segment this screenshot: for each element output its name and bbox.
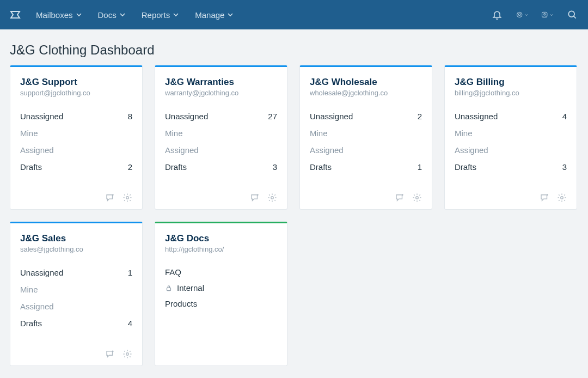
mailbox-row-mine[interactable]: Mine [310,125,422,142]
mailbox-row-unassigned[interactable]: Unassigned27 [165,108,277,125]
mailbox-row-unassigned[interactable]: Unassigned2 [310,108,422,125]
mailbox-row-mine[interactable]: Mine [165,125,277,142]
mailbox-row-label: Assigned [20,302,54,311]
mailbox-row-unassigned[interactable]: Unassigned8 [20,108,132,125]
chevron-down-icon [228,12,233,17]
mailbox-row-count: 4 [128,319,132,328]
nav-item-reports[interactable]: Reports [142,10,179,20]
mailbox-row-label: Drafts [310,162,332,172]
mailbox-card-title[interactable]: J&G Billing [455,77,567,88]
mailbox-row-label: Mine [165,129,183,138]
mailbox-row-label: Mine [20,285,38,294]
mailbox-card-title[interactable]: J&G Support [20,77,132,88]
help-menu[interactable] [516,9,528,21]
mailbox-card: J&G Supportsupport@jgclothing.coUnassign… [10,65,143,210]
new-conversation-icon[interactable] [105,193,115,203]
settings-icon[interactable] [557,193,567,203]
mailbox-card-title[interactable]: J&G Warranties [165,77,277,88]
brand-logo[interactable] [10,9,21,20]
chevron-down-icon [76,12,82,17]
mailbox-row-label: Assigned [165,145,199,155]
settings-icon[interactable] [122,349,132,359]
new-conversation-icon[interactable] [105,349,115,359]
settings-icon[interactable] [412,193,422,203]
mailbox-row-label: Unassigned [455,112,498,121]
mailbox-row-drafts[interactable]: Drafts2 [20,158,132,175]
mailbox-row-mine[interactable]: Mine [20,125,132,142]
docs-card: J&G Docshttp://jgclothing.co/FAQInternal… [155,222,287,366]
mailbox-row-mine[interactable]: Mine [20,281,132,298]
mailbox-row-mine[interactable]: Mine [455,125,567,142]
nav-item-label: Manage [195,10,224,20]
mailbox-row-count: 27 [268,112,277,121]
mailbox-row-label: Drafts [20,319,42,328]
account-menu[interactable] [541,9,553,21]
mailbox-row-drafts[interactable]: Drafts1 [310,158,422,175]
dashboard-cards: J&G Supportsupport@jgclothing.coUnassign… [0,65,588,366]
mailbox-card: J&G Wholesalewholesale@jgclothing.coUnas… [299,65,432,210]
mailbox-card-footer [310,193,422,203]
nav-item-label: Mailboxes [36,10,73,20]
mailbox-row-label: Assigned [310,145,344,155]
mailbox-card-email: wholesale@jgclothing.co [310,89,422,97]
mailbox-row-unassigned[interactable]: Unassigned1 [20,264,132,281]
mailbox-row-label: Unassigned [20,268,63,277]
settings-icon[interactable] [122,193,132,203]
topbar-actions [491,9,578,21]
settings-icon[interactable] [267,193,277,203]
page-title: J&G Clothing Dashboard [0,29,588,65]
mailbox-row-label: Mine [310,129,328,138]
mailbox-card-email: billing@jgclothing.co [455,89,567,97]
mailbox-row-drafts[interactable]: Drafts4 [20,315,132,332]
mailbox-row-count: 3 [562,162,567,172]
notifications-icon[interactable] [491,9,503,21]
mailbox-row-label: Drafts [20,162,42,172]
mailbox-card: J&G Salessales@jgclothing.coUnassigned1M… [10,222,143,366]
mailbox-row-count: 4 [562,112,567,121]
mailbox-card-footer [165,193,277,203]
mailbox-card-title[interactable]: J&G Wholesale [310,77,422,88]
docs-item[interactable]: Products [165,296,277,312]
mailbox-card-footer [455,193,567,203]
nav-item-docs[interactable]: Docs [98,10,125,20]
chevron-down-icon [173,12,179,17]
svg-rect-10 [167,288,171,290]
mailbox-card-email: support@jgclothing.co [20,89,132,97]
lock-icon [165,284,173,292]
mailbox-row-unassigned[interactable]: Unassigned4 [455,108,567,125]
mailbox-row-label: Unassigned [165,112,208,121]
mailbox-row-assigned[interactable]: Assigned [20,142,132,158]
mailbox-row-count: 3 [273,162,277,172]
svg-point-3 [544,13,546,15]
nav-item-manage[interactable]: Manage [195,10,233,20]
mailbox-row-label: Drafts [165,162,187,172]
svg-point-1 [518,14,520,16]
mailbox-row-assigned[interactable]: Assigned [455,142,567,158]
docs-card-title[interactable]: J&G Docs [165,233,277,244]
mailbox-row-count: 1 [418,162,422,172]
mailbox-card-title[interactable]: J&G Sales [20,233,132,244]
nav-item-label: Reports [142,10,170,20]
mailbox-row-assigned[interactable]: Assigned [165,142,277,158]
mailbox-row-assigned[interactable]: Assigned [310,142,422,158]
docs-item[interactable]: Internal [165,280,277,296]
svg-point-7 [416,197,419,199]
mailbox-card-footer [20,349,132,359]
docs-item[interactable]: FAQ [165,264,277,280]
mailbox-row-count: 2 [418,112,422,121]
nav-item-mailboxes[interactable]: Mailboxes [36,10,82,20]
topbar: MailboxesDocsReportsManage [0,0,588,29]
mailbox-card-email: warranty@jgclothing.co [165,89,277,97]
mailbox-card: J&G Billingbilling@jgclothing.coUnassign… [444,65,577,210]
svg-point-5 [126,197,129,199]
new-conversation-icon[interactable] [540,193,549,203]
mailbox-row-label: Unassigned [20,112,63,121]
mailbox-row-drafts[interactable]: Drafts3 [455,158,567,175]
mailbox-row-drafts[interactable]: Drafts3 [165,158,277,175]
svg-point-9 [126,353,129,356]
new-conversation-icon[interactable] [250,193,260,203]
svg-point-8 [561,197,564,199]
search-icon[interactable] [566,9,578,21]
new-conversation-icon[interactable] [395,193,405,203]
mailbox-row-assigned[interactable]: Assigned [20,298,132,315]
